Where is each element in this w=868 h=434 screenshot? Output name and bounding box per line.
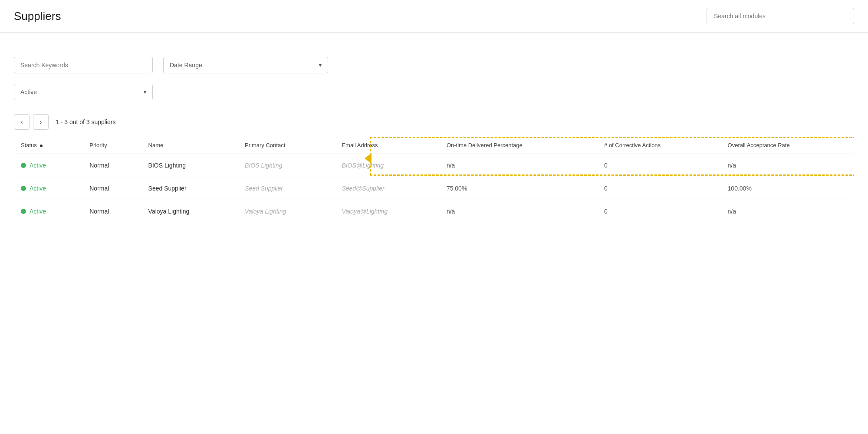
suppliers-table: Status Priority Name Primary Contact Ema… bbox=[14, 137, 854, 223]
page-title: Suppliers bbox=[14, 10, 61, 23]
cell-contact-2: Valoya Lighting bbox=[238, 200, 335, 223]
cell-priority-2: Normal bbox=[82, 200, 141, 223]
keywords-input[interactable] bbox=[14, 57, 153, 73]
col-email-header: Email Address bbox=[335, 137, 439, 154]
cell-priority-1: Normal bbox=[82, 177, 141, 200]
cell-status-1: Active bbox=[14, 177, 82, 200]
cell-acceptance-2: n/a bbox=[721, 200, 854, 223]
cell-name-1[interactable]: Seed Supplier bbox=[141, 177, 238, 200]
status-label-2: Active bbox=[30, 208, 46, 215]
cell-contact-0: BIOS Lighting bbox=[238, 154, 335, 177]
col-status-header: Status bbox=[14, 137, 82, 154]
cell-name-2[interactable]: Valoya Lighting bbox=[141, 200, 238, 223]
cell-acceptance-1: 100.00% bbox=[721, 177, 854, 200]
status-dot-0 bbox=[21, 163, 26, 168]
cell-ontime-1: 75.00% bbox=[440, 177, 597, 200]
cell-name-0[interactable]: BIOS Lighting bbox=[141, 154, 238, 177]
sort-dot-icon bbox=[40, 145, 43, 147]
app-header: Suppliers bbox=[0, 0, 868, 33]
status-dot-2 bbox=[21, 209, 26, 214]
table-row[interactable]: Active Normal Valoya Lighting Valoya Lig… bbox=[14, 200, 854, 223]
status-label-0: Active bbox=[30, 162, 46, 169]
cell-ontime-0: n/a bbox=[440, 154, 597, 177]
cell-priority-0: Normal bbox=[82, 154, 141, 177]
pagination-row: ‹ › 1 - 3 out of 3 suppliers bbox=[14, 114, 854, 130]
cell-corrective-1: 0 bbox=[597, 177, 721, 200]
col-contact-header: Primary Contact bbox=[238, 137, 335, 154]
suppliers-table-container: Status Priority Name Primary Contact Ema… bbox=[14, 137, 854, 223]
pagination-prev-button[interactable]: ‹ bbox=[14, 114, 30, 130]
col-corrective-header: # of Corrective Actions bbox=[597, 137, 721, 154]
status-dot-1 bbox=[21, 186, 26, 191]
pagination-info: 1 - 3 out of 3 suppliers bbox=[56, 118, 116, 125]
filters-row-top: Date Range Last 7 days Last 30 days Last… bbox=[14, 57, 854, 73]
cell-email-2: Valoya@Lighting bbox=[335, 200, 439, 223]
col-name-header: Name bbox=[141, 137, 238, 154]
main-content: Date Range Last 7 days Last 30 days Last… bbox=[0, 33, 868, 434]
table-row[interactable]: Active Normal BIOS Lighting BIOS Lightin… bbox=[14, 154, 854, 177]
search-modules-input[interactable] bbox=[707, 8, 854, 24]
cell-corrective-2: 0 bbox=[597, 200, 721, 223]
cell-corrective-0: 0 bbox=[597, 154, 721, 177]
search-modules-wrapper bbox=[707, 8, 854, 24]
cell-ontime-2: n/a bbox=[440, 200, 597, 223]
status-select[interactable]: Active Inactive All bbox=[14, 84, 153, 100]
cell-acceptance-0: n/a bbox=[721, 154, 854, 177]
status-label-1: Active bbox=[30, 185, 46, 192]
status-select-wrapper: Active Inactive All ▼ bbox=[14, 84, 153, 100]
date-range-wrapper: Date Range Last 7 days Last 30 days Last… bbox=[163, 57, 328, 73]
col-ontime-header: On-time Delivered Percentage bbox=[440, 137, 597, 154]
col-acceptance-header: Overall Acceptance Rate bbox=[721, 137, 854, 154]
cell-status-0: Active bbox=[14, 154, 82, 177]
table-row[interactable]: Active Normal Seed Supplier Seed Supplie… bbox=[14, 177, 854, 200]
filters-row-bottom: Active Inactive All ▼ bbox=[14, 80, 854, 100]
cell-status-2: Active bbox=[14, 200, 82, 223]
chevron-left-icon: ‹ bbox=[21, 118, 23, 125]
chevron-right-icon: › bbox=[40, 118, 42, 125]
table-header-row: Status Priority Name Primary Contact Ema… bbox=[14, 137, 854, 154]
cell-contact-1: Seed Supplier bbox=[238, 177, 335, 200]
filters-section: Date Range Last 7 days Last 30 days Last… bbox=[14, 46, 854, 100]
cell-email-1: Seed@Supplier bbox=[335, 177, 439, 200]
col-priority-header: Priority bbox=[82, 137, 141, 154]
cell-email-0: BIOS@Lighting bbox=[335, 154, 439, 177]
date-range-select[interactable]: Date Range Last 7 days Last 30 days Last… bbox=[163, 57, 328, 73]
pagination-next-button[interactable]: › bbox=[33, 114, 49, 130]
